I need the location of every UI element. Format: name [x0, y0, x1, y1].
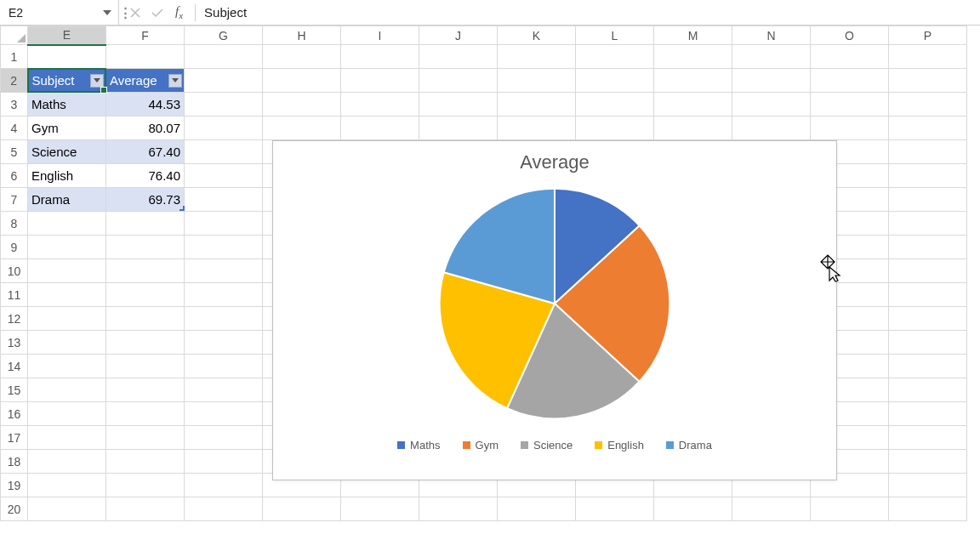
- cell[interactable]: [28, 259, 106, 283]
- cell[interactable]: [419, 116, 498, 140]
- cell[interactable]: Subject: [28, 69, 106, 93]
- cell[interactable]: [106, 283, 185, 307]
- cell[interactable]: [185, 45, 263, 69]
- cell[interactable]: [654, 497, 732, 521]
- cell[interactable]: Science: [28, 140, 106, 164]
- cell[interactable]: [185, 331, 263, 355]
- cell[interactable]: [341, 116, 419, 140]
- cell[interactable]: [28, 378, 106, 402]
- row-header[interactable]: 3: [1, 93, 28, 116]
- cell[interactable]: 44.53: [106, 93, 185, 116]
- cell[interactable]: [106, 45, 185, 69]
- cell[interactable]: [811, 45, 889, 69]
- cell[interactable]: [419, 497, 498, 521]
- cell[interactable]: 80.07: [106, 116, 185, 140]
- cell[interactable]: [341, 69, 419, 93]
- cell[interactable]: [889, 307, 967, 331]
- cell[interactable]: [28, 497, 106, 521]
- cell[interactable]: [889, 212, 967, 236]
- cell[interactable]: 69.73: [106, 188, 185, 212]
- cell[interactable]: [185, 474, 263, 497]
- col-header[interactable]: M: [654, 26, 732, 45]
- cell[interactable]: [185, 116, 263, 140]
- cell[interactable]: [185, 307, 263, 331]
- cell[interactable]: 67.40: [106, 140, 185, 164]
- cell[interactable]: [576, 116, 654, 140]
- cell[interactable]: [341, 497, 419, 521]
- cell[interactable]: [28, 331, 106, 355]
- chevron-down-icon[interactable]: [101, 10, 113, 15]
- cell[interactable]: [185, 426, 263, 450]
- cell[interactable]: [28, 212, 106, 236]
- cell[interactable]: Drama: [28, 188, 106, 212]
- cell[interactable]: [732, 497, 811, 521]
- row-header[interactable]: 18: [1, 450, 28, 474]
- cell[interactable]: [889, 402, 967, 426]
- cell[interactable]: [498, 93, 576, 116]
- cell[interactable]: [889, 236, 967, 259]
- row-header[interactable]: 5: [1, 140, 28, 164]
- cell[interactable]: [106, 259, 185, 283]
- row-header[interactable]: 10: [1, 259, 28, 283]
- cell[interactable]: [576, 69, 654, 93]
- cell[interactable]: [732, 45, 811, 69]
- cell[interactable]: [889, 188, 967, 212]
- col-header[interactable]: J: [419, 26, 498, 45]
- row-header[interactable]: 1: [1, 45, 28, 69]
- cell[interactable]: [263, 45, 341, 69]
- legend-item[interactable]: English: [595, 439, 644, 452]
- col-header[interactable]: I: [341, 26, 419, 45]
- cell[interactable]: [185, 164, 263, 188]
- chart-object[interactable]: Average MathsGymScienceEnglishDrama: [272, 140, 837, 480]
- cell[interactable]: [28, 355, 106, 378]
- cell[interactable]: [106, 426, 185, 450]
- cell[interactable]: [185, 236, 263, 259]
- col-header[interactable]: O: [811, 26, 889, 45]
- col-header[interactable]: F: [106, 26, 185, 45]
- cell[interactable]: [732, 93, 811, 116]
- filter-dropdown-button[interactable]: [168, 74, 182, 88]
- row-header[interactable]: 7: [1, 188, 28, 212]
- chart-title[interactable]: Average: [273, 151, 836, 173]
- cell[interactable]: [576, 497, 654, 521]
- cell[interactable]: [889, 116, 967, 140]
- col-header[interactable]: H: [263, 26, 341, 45]
- cell[interactable]: [185, 497, 263, 521]
- row-header[interactable]: 19: [1, 474, 28, 497]
- cell[interactable]: [341, 93, 419, 116]
- cell[interactable]: [185, 402, 263, 426]
- cell[interactable]: [28, 236, 106, 259]
- pie-chart[interactable]: [431, 180, 678, 427]
- cell[interactable]: [732, 116, 811, 140]
- cell[interactable]: [185, 259, 263, 283]
- row-header[interactable]: 12: [1, 307, 28, 331]
- cell[interactable]: 76.40: [106, 164, 185, 188]
- cell[interactable]: [889, 69, 967, 93]
- cell[interactable]: [889, 259, 967, 283]
- cell[interactable]: [185, 93, 263, 116]
- col-header[interactable]: N: [732, 26, 811, 45]
- legend-item[interactable]: Gym: [463, 439, 499, 452]
- row-header[interactable]: 14: [1, 355, 28, 378]
- row-header[interactable]: 15: [1, 378, 28, 402]
- row-header[interactable]: 13: [1, 331, 28, 355]
- cell[interactable]: [263, 116, 341, 140]
- cell[interactable]: [498, 69, 576, 93]
- cell[interactable]: [106, 497, 185, 521]
- cell[interactable]: [419, 93, 498, 116]
- row-header[interactable]: 2: [1, 69, 28, 93]
- cell[interactable]: [889, 450, 967, 474]
- cell[interactable]: [811, 69, 889, 93]
- cell[interactable]: [732, 69, 811, 93]
- cell[interactable]: Gym: [28, 116, 106, 140]
- cell[interactable]: [811, 93, 889, 116]
- cell[interactable]: [654, 69, 732, 93]
- cell[interactable]: [106, 331, 185, 355]
- cell[interactable]: [28, 402, 106, 426]
- cell[interactable]: [185, 355, 263, 378]
- cell[interactable]: [889, 140, 967, 164]
- cell[interactable]: [889, 474, 967, 497]
- cell[interactable]: [811, 497, 889, 521]
- cell[interactable]: [889, 283, 967, 307]
- name-box[interactable]: E2: [0, 0, 119, 25]
